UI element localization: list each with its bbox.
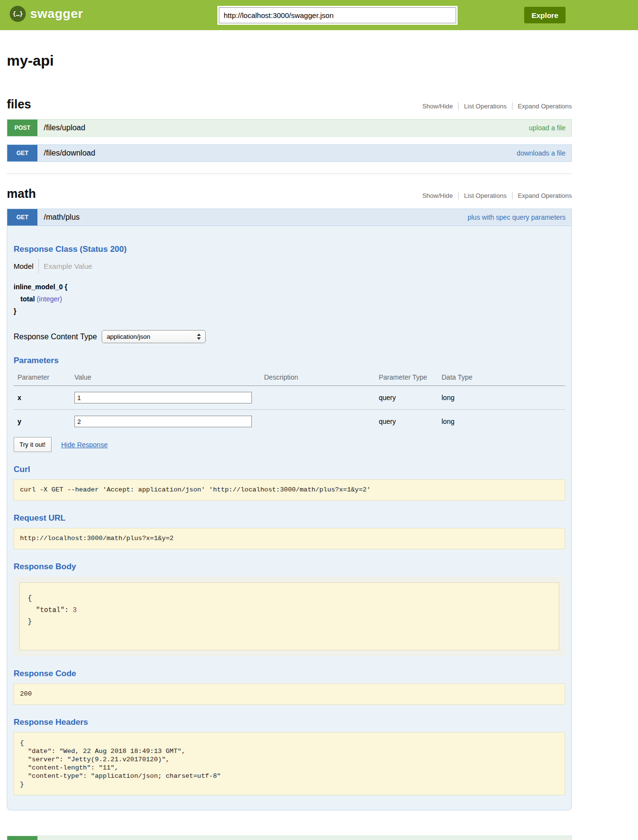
tab-model[interactable]: Model bbox=[14, 262, 34, 270]
math-section-controls: Show/Hide List Operations Expand Operati… bbox=[417, 192, 572, 201]
endpoint-row-post-math-plus[interactable]: POST /math/plus plus with spec body para… bbox=[7, 836, 572, 840]
response-content-type-row: Response Content Type application/json bbox=[14, 330, 565, 343]
model-signature: inline_model_0 { total (integer) } bbox=[14, 281, 565, 317]
param-x-input[interactable] bbox=[74, 392, 252, 403]
list-operations-link[interactable]: List Operations bbox=[458, 103, 512, 110]
tab-separator bbox=[38, 259, 39, 273]
param-type: query bbox=[379, 410, 442, 434]
files-section-header: files Show/Hide List Operations Expand O… bbox=[7, 97, 572, 111]
endpoint-summary-upload-a-file: upload a file bbox=[529, 124, 571, 132]
endpoint-row-post-files-upload[interactable]: POST /files/upload upload a file bbox=[7, 119, 572, 137]
property-name: total bbox=[20, 295, 35, 303]
response-headers-heading: Response Headers bbox=[14, 718, 565, 727]
model-property: total (integer) bbox=[14, 293, 565, 305]
col-parameter-type: Parameter Type bbox=[379, 370, 442, 386]
page-title: my-api bbox=[7, 52, 572, 69]
show-hide-link[interactable]: Show/Hide bbox=[417, 103, 458, 110]
json-key: "total" bbox=[28, 606, 65, 614]
json-total-line: "total": 3 bbox=[28, 604, 551, 616]
property-type: (integer) bbox=[35, 295, 62, 303]
expand-operations-link[interactable]: Expand Operations bbox=[512, 103, 572, 110]
response-code-value: 200 bbox=[14, 683, 565, 705]
json-value: 3 bbox=[72, 606, 76, 614]
endpoint-path-files-upload[interactable]: /files/upload bbox=[44, 123, 85, 132]
parameters-header-row: Parameter Value Description Parameter Ty… bbox=[14, 370, 565, 386]
headers-line-content-length: "content-length": "11", bbox=[20, 764, 559, 772]
operation-get-math-plus: GET /math/plus plus with spec query para… bbox=[7, 209, 572, 810]
show-hide-link[interactable]: Show/Hide bbox=[417, 192, 458, 199]
json-open-brace: { bbox=[28, 593, 551, 604]
response-class-heading: Response Class (Status 200) bbox=[14, 245, 565, 254]
selected-content-type: application/json bbox=[106, 333, 150, 340]
top-bar: {…} swagger Explore bbox=[0, 0, 638, 30]
endpoint-path-math-plus[interactable]: /math/plus bbox=[44, 213, 80, 222]
parameters-heading: Parameters bbox=[14, 356, 565, 366]
list-operations-link[interactable]: List Operations bbox=[458, 192, 512, 199]
request-url-heading: Request URL bbox=[14, 513, 565, 523]
col-data-type: Data Type bbox=[442, 370, 565, 386]
try-it-out-button[interactable]: Try it out! bbox=[14, 437, 52, 452]
json-close-brace: } bbox=[28, 616, 551, 628]
param-y-input[interactable] bbox=[74, 416, 252, 427]
expand-operations-link[interactable]: Expand Operations bbox=[512, 192, 572, 199]
section-title-math[interactable]: math bbox=[7, 187, 36, 201]
parameters-table: Parameter Value Description Parameter Ty… bbox=[14, 370, 565, 433]
model-open: inline_model_0 { bbox=[14, 281, 565, 293]
param-type: query bbox=[379, 386, 442, 410]
response-content-type-label: Response Content Type bbox=[14, 332, 97, 341]
endpoint-path-files-download[interactable]: /files/download bbox=[44, 149, 95, 158]
method-badge-post[interactable]: POST bbox=[7, 120, 37, 136]
headers-line-content-type: "content-type": "application/json; chars… bbox=[20, 772, 559, 780]
math-section-header: math Show/Hide List Operations Expand Op… bbox=[7, 187, 572, 201]
param-row-x: x query long bbox=[14, 386, 565, 410]
up-down-arrows-icon bbox=[197, 333, 201, 340]
try-row: Try it out! Hide Response bbox=[14, 437, 565, 452]
curl-command: curl -X GET --header 'Accept: applicatio… bbox=[14, 479, 565, 501]
response-body-json: { "total": 3 } bbox=[19, 582, 559, 650]
brand-title: swagger bbox=[30, 6, 83, 21]
method-badge-post[interactable]: POST bbox=[7, 836, 37, 840]
files-section-controls: Show/Hide List Operations Expand Operati… bbox=[417, 103, 572, 111]
param-description bbox=[264, 410, 379, 434]
swagger-logo-icon: {…} bbox=[10, 6, 26, 22]
tab-example-value[interactable]: Example Value bbox=[44, 262, 92, 270]
endpoint-summary-plus-query: plus with spec query parameters bbox=[467, 213, 571, 221]
response-headers-json: { "date": "Wed, 22 Aug 2018 18:49:13 GMT… bbox=[14, 732, 565, 795]
model-tabs: Model Example Value bbox=[14, 259, 565, 273]
content-wrap: my-api files Show/Hide List Operations E… bbox=[7, 52, 572, 840]
hide-response-link[interactable]: Hide Response bbox=[61, 441, 108, 449]
explore-button[interactable]: Explore bbox=[524, 7, 566, 23]
param-data-type: long bbox=[442, 386, 565, 410]
endpoint-summary-downloads-a-file: downloads a file bbox=[517, 149, 571, 157]
spec-url-input[interactable] bbox=[219, 7, 456, 23]
endpoint-row-get-files-download[interactable]: GET /files/download downloads a file bbox=[7, 144, 572, 162]
swagger-brand[interactable]: {…} swagger bbox=[10, 6, 83, 22]
headers-line: { bbox=[20, 739, 559, 747]
col-description: Description bbox=[264, 370, 379, 386]
param-data-type: long bbox=[442, 410, 565, 434]
section-divider bbox=[7, 174, 572, 174]
json-colon: : bbox=[65, 606, 73, 614]
col-value: Value bbox=[74, 370, 264, 386]
param-name: y bbox=[14, 410, 74, 434]
request-url-value: http://localhost:3000/math/plus?x=1&y=2 bbox=[14, 528, 565, 549]
response-code-heading: Response Code bbox=[14, 669, 565, 679]
operation-content: Response Class (Status 200) Model Exampl… bbox=[7, 226, 572, 810]
param-name: x bbox=[14, 386, 74, 410]
response-body-container: { "total": 3 } bbox=[14, 577, 565, 656]
param-description bbox=[264, 386, 379, 410]
param-row-y: y query long bbox=[14, 410, 565, 434]
section-title-files[interactable]: files bbox=[7, 97, 31, 111]
endpoint-row-get-math-plus[interactable]: GET /math/plus plus with spec query para… bbox=[7, 209, 572, 226]
headers-line-close: } bbox=[20, 780, 559, 788]
model-close: } bbox=[14, 305, 565, 317]
response-content-type-select[interactable]: application/json bbox=[102, 330, 206, 343]
curl-heading: Curl bbox=[14, 465, 565, 474]
col-parameter: Parameter bbox=[14, 370, 74, 386]
method-badge-get[interactable]: GET bbox=[7, 145, 37, 161]
headers-line-date: "date": "Wed, 22 Aug 2018 18:49:13 GMT", bbox=[20, 747, 559, 755]
method-badge-get[interactable]: GET bbox=[7, 209, 37, 226]
headers-line-server: "server": "Jetty(9.2.21.v20170120)", bbox=[20, 755, 559, 764]
response-body-heading: Response Body bbox=[14, 562, 565, 572]
